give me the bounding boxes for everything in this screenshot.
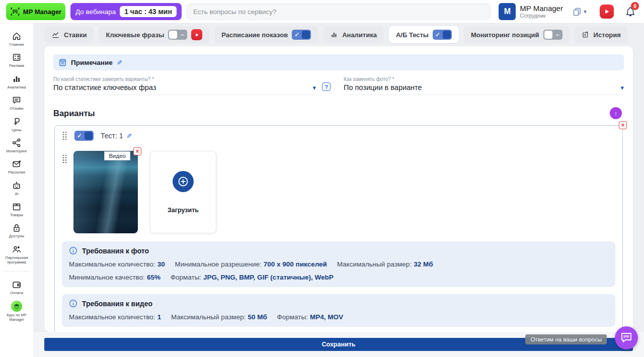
chat-widget-button[interactable] — [615, 326, 638, 349]
sidebar-item-analytics[interactable]: Аналитика — [0, 73, 33, 91]
req-value: 32 Мб — [414, 260, 433, 268]
photo-requirements-box: Требования к фото Максимальное количеств… — [62, 241, 615, 287]
edit-note-icon[interactable]: ✎ — [117, 59, 122, 66]
sidebar-item-label: Оплата — [10, 291, 23, 295]
sidebar-item-label: Доступы — [9, 234, 24, 238]
chat-tooltip: Ответим на ваши вопросы — [525, 334, 607, 344]
chevron-down-icon: ▾ — [620, 84, 624, 92]
req-value: 700 x 900 пикселей — [264, 260, 327, 268]
sidebar-item-label: Курс по MP Manager — [1, 313, 33, 322]
user-role: Сотрудник — [520, 13, 563, 19]
search-input[interactable] — [187, 4, 491, 20]
sidebar-item-partner-program[interactable]: Партнерская программа — [0, 243, 33, 266]
settings-row: По какой статистике замерять варианты? *… — [53, 76, 624, 95]
sidebar-item-ai[interactable]: AI — [0, 180, 33, 197]
tab-analitika[interactable]: Аналитика — [323, 26, 384, 43]
sidebar-item-access[interactable]: Доступы — [0, 222, 33, 239]
sidebar-item-course[interactable]: Курс по MP Manager — [0, 300, 33, 323]
drag-handle-icon[interactable] — [62, 154, 67, 164]
media-row: Видео × Загрузить — [62, 151, 615, 233]
line-chart-icon — [51, 31, 60, 39]
help-button[interactable]: ? — [322, 82, 331, 91]
delete-video-button[interactable]: × — [133, 147, 141, 155]
check-icon: ✓ — [77, 132, 82, 140]
robot-icon — [12, 181, 22, 191]
upload-media-button[interactable]: Загрузить — [150, 151, 216, 233]
graduation-cap-icon — [11, 301, 22, 312]
comment-icon — [12, 95, 22, 105]
sidebar-item-ads[interactable]: Реклама — [0, 51, 33, 69]
req-label: Минимальное разрешение: — [175, 260, 261, 268]
account-switcher[interactable]: ▾ — [572, 7, 587, 17]
req-label: Форматы: — [171, 274, 201, 281]
box-icon — [12, 202, 22, 212]
notifications-button[interactable]: 0 — [623, 4, 638, 19]
sidebar-item-reviews[interactable]: Отзывы — [0, 94, 33, 112]
share-network-icon — [12, 138, 22, 148]
select-value: По статистике ключевых фраз — [53, 83, 156, 92]
mp-manager-logo[interactable]: MP Manager — [6, 3, 65, 20]
check-icon: ✓ — [294, 31, 299, 39]
plus-circle-icon — [172, 170, 194, 193]
sidebar-item-monitoring[interactable]: Мониторинг — [0, 137, 33, 154]
sidebar-item-label: Отзывы — [10, 106, 23, 111]
photo-replace-select[interactable]: Как заменять фото? * По позиции в вариан… — [344, 76, 624, 95]
check-icon: ✓ — [435, 31, 440, 39]
position-monitoring-toggle[interactable]: – — [543, 30, 562, 40]
req-label: Форматы: — [277, 313, 308, 321]
play-icon — [603, 8, 610, 15]
avatar: M — [499, 3, 516, 20]
home-icon — [12, 31, 22, 41]
scroll-top-button[interactable]: ↑ — [610, 107, 622, 119]
req-label: Максимальный размер: — [171, 313, 246, 321]
sidebar-item-label: Цены — [12, 128, 21, 132]
sidebar-item-products[interactable]: Товары — [0, 201, 33, 218]
user-menu[interactable]: M MP Manager Сотрудник — [499, 3, 563, 20]
tab-video-help-button[interactable] — [191, 29, 202, 40]
statistics-select[interactable]: По какой статистике замерять варианты? *… — [53, 76, 316, 95]
megaphone-icon — [12, 52, 22, 62]
sidebar-item-label: AI — [15, 192, 18, 196]
toggle-knob — [544, 31, 552, 39]
sidebar-item-label: Партнерская программа — [1, 255, 33, 265]
ab-tests-toggle[interactable]: ✓ — [433, 30, 452, 40]
drag-handle-icon[interactable] — [62, 131, 67, 141]
tab-label: Аналитика — [342, 31, 377, 39]
tab-istoriya[interactable]: История — [575, 26, 628, 43]
test-name: Тест: 1 — [101, 132, 123, 140]
people-icon — [12, 244, 22, 254]
req-value: 1 — [157, 313, 162, 321]
sidebar-item-mailings[interactable]: Рассылки — [0, 158, 33, 175]
test-enabled-toggle[interactable]: ✓ — [74, 131, 94, 141]
tab-monitoring-pozitsiy[interactable]: Мониторинг позиций – — [464, 26, 570, 43]
delete-test-button[interactable]: × — [619, 121, 627, 129]
tab-raspisanie-pokazov[interactable]: Расписание показов ✓ — [214, 26, 318, 43]
tab-klyuchevye-frazy[interactable]: Ключевые фразы – — [99, 26, 209, 43]
sidebar-item-prices[interactable]: Цены — [0, 116, 33, 133]
video-channel-button[interactable] — [600, 5, 614, 19]
webinar-timer: 1 час : 43 мин — [120, 6, 177, 17]
ab-tests-panel: Примечание ✎ По какой статистике замерят… — [44, 46, 633, 332]
sidebar-item-label: Мониторинг — [6, 149, 27, 153]
note-bar[interactable]: Примечание ✎ — [53, 54, 624, 70]
video-thumbnail[interactable] — [73, 151, 138, 233]
req-value: 50 Мб — [248, 313, 267, 321]
sidebar-item-home[interactable]: Главная — [0, 30, 33, 48]
chevron-down-icon: ▾ — [584, 8, 587, 15]
toggle-knob — [85, 132, 93, 140]
upload-label: Загрузить — [168, 207, 199, 214]
user-info: MP Manager Сотрудник — [520, 5, 563, 19]
edit-test-name-icon[interactable]: ✎ — [126, 132, 132, 140]
select-label: Как заменять фото? * — [344, 76, 624, 82]
webinar-countdown[interactable]: До вебинара 1 час : 43 мин — [70, 3, 182, 20]
keywords-toggle[interactable]: – — [168, 30, 187, 40]
tab-ab-testy[interactable]: А/Б Тесты ✓ — [389, 26, 459, 43]
schedule-toggle[interactable]: ✓ — [292, 30, 311, 40]
tab-bar: Ставки Ключевые фразы – Расписание показ… — [44, 26, 628, 43]
logo-label: MP Manager — [23, 8, 61, 16]
tab-stavki[interactable]: Ставки — [44, 26, 94, 43]
sidebar-item-label: Реклама — [9, 63, 24, 68]
video-thumbnail-wrap: Видео × — [73, 151, 138, 233]
photo-requirements-line2: Минимальное качество:65% Форматы:JPG, PN… — [69, 274, 608, 281]
sidebar-item-payment[interactable]: Оплата — [0, 279, 33, 296]
